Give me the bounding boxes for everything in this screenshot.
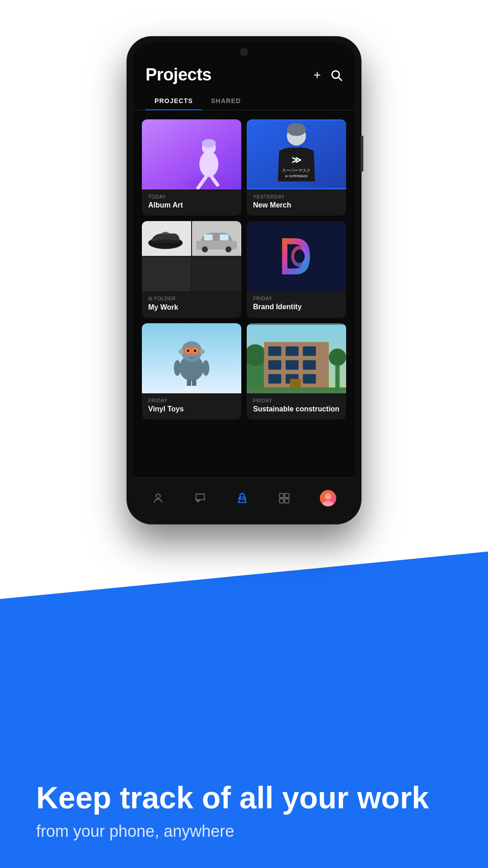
- grid-icon: [278, 492, 291, 505]
- thumbnail-album-art: [142, 119, 241, 189]
- thumbnail-new-merch: ≫ スーパーマスク ⊗ XUPERMASK: [247, 119, 346, 189]
- add-button[interactable]: +: [314, 68, 321, 82]
- project-card-my-work[interactable]: ⊟ FOLDER My Work: [142, 221, 241, 318]
- svg-rect-62: [279, 493, 283, 497]
- phone-camera: [240, 48, 248, 56]
- svg-point-37: [174, 360, 181, 376]
- phone-button-right: [361, 136, 363, 172]
- svg-line-1: [338, 77, 341, 80]
- svg-rect-65: [285, 499, 289, 503]
- nav-item-home[interactable]: [229, 488, 256, 508]
- messages-icon: [194, 492, 206, 505]
- svg-rect-63: [285, 493, 289, 497]
- nav-item-profile[interactable]: [145, 488, 172, 508]
- nav-item-messages[interactable]: [187, 488, 214, 508]
- thumbnail-my-work: [142, 221, 241, 291]
- svg-text:≫: ≫: [291, 155, 301, 165]
- project-card-new-merch[interactable]: ≫ スーパーマスク ⊗ XUPERMASK YESTERDAY New Merc…: [247, 119, 346, 216]
- card-info-my-work: ⊟ FOLDER My Work: [142, 291, 241, 318]
- page-title: Projects: [145, 65, 211, 85]
- svg-point-25: [294, 250, 305, 263]
- profile-icon: [152, 492, 164, 505]
- card-title-my-work: My Work: [148, 303, 235, 311]
- folder-icon: ⊟: [148, 296, 154, 301]
- svg-rect-55: [303, 374, 316, 383]
- card-label-my-work: ⊟ FOLDER: [148, 296, 235, 302]
- bottom-navigation: [133, 477, 355, 518]
- svg-rect-20: [204, 235, 213, 241]
- phone-mockup: Projects + PROJECTS SHARED: [127, 36, 361, 524]
- folder-sub-1: [142, 221, 191, 256]
- svg-point-17: [148, 240, 183, 246]
- svg-point-22: [202, 246, 208, 252]
- svg-point-60: [156, 494, 160, 498]
- svg-point-35: [178, 349, 183, 354]
- svg-point-4: [199, 151, 218, 177]
- card-info-new-merch: YESTERDAY New Merch: [247, 189, 346, 216]
- phone-body: Projects + PROJECTS SHARED: [127, 36, 361, 524]
- project-card-vinyl-toys[interactable]: FRIDAY Vinyl Toys: [142, 323, 241, 420]
- thumbnail-vinyl-toys: [142, 323, 241, 393]
- svg-point-58: [329, 349, 346, 366]
- svg-text:スーパーマスク: スーパーマスク: [282, 168, 311, 173]
- svg-point-42: [190, 386, 198, 390]
- svg-rect-51: [286, 360, 299, 370]
- card-label-brand-identity: FRIDAY: [253, 296, 340, 301]
- card-title-new-merch: New Merch: [253, 201, 340, 209]
- svg-point-33: [187, 349, 189, 352]
- svg-rect-57: [247, 387, 346, 392]
- svg-point-11: [287, 123, 306, 136]
- app-content: Projects + PROJECTS SHARED: [133, 42, 355, 477]
- svg-rect-50: [268, 360, 282, 370]
- card-title-vinyl-toys: Vinyl Toys: [148, 405, 235, 413]
- svg-rect-52: [303, 360, 316, 370]
- svg-rect-53: [268, 374, 282, 383]
- svg-rect-64: [279, 499, 283, 503]
- card-title-brand-identity: Brand Identity: [253, 303, 340, 311]
- card-info-sustainable-construction: FRIDAY Sustainable construction: [247, 393, 346, 420]
- svg-point-34: [194, 349, 197, 352]
- card-label-vinyl-toys: FRIDAY: [148, 398, 235, 403]
- svg-point-67: [325, 493, 331, 500]
- card-label-sustainable-construction: FRIDAY: [253, 398, 340, 403]
- svg-point-6: [202, 139, 216, 148]
- svg-rect-47: [268, 346, 282, 356]
- project-card-album-art[interactable]: TODAY Album Art: [142, 119, 241, 216]
- folder-sub-3: [142, 257, 191, 292]
- thumbnail-brand-identity: [247, 221, 346, 291]
- card-info-album-art: TODAY Album Art: [142, 189, 241, 216]
- card-title-sustainable-construction: Sustainable construction: [253, 405, 340, 413]
- card-label-album-art: TODAY: [148, 194, 235, 199]
- tab-projects[interactable]: PROJECTS: [145, 92, 202, 110]
- nav-item-grid[interactable]: [271, 488, 298, 508]
- svg-point-36: [199, 349, 204, 354]
- thumbnail-sustainable-construction: [247, 323, 346, 393]
- promo-subtitle: from your phone, anywhere: [36, 822, 452, 841]
- svg-rect-59: [335, 366, 340, 392]
- projects-grid: TODAY Album Art: [133, 119, 355, 420]
- svg-rect-48: [286, 346, 299, 356]
- phone-screen: Projects + PROJECTS SHARED: [133, 42, 355, 518]
- home-icon: [236, 492, 249, 505]
- folder-sub-2: [192, 221, 241, 256]
- svg-point-38: [202, 360, 209, 376]
- svg-point-23: [225, 246, 231, 252]
- project-card-sustainable-construction[interactable]: FRIDAY Sustainable construction: [247, 323, 346, 420]
- card-label-new-merch: YESTERDAY: [253, 194, 340, 199]
- user-avatar: [320, 490, 336, 506]
- search-icon[interactable]: [330, 69, 343, 81]
- svg-text:⊗ XUPERMASK: ⊗ XUPERMASK: [285, 175, 308, 178]
- header-actions: +: [314, 68, 343, 82]
- folder-sub-4: [192, 257, 241, 292]
- card-info-vinyl-toys: FRIDAY Vinyl Toys: [142, 393, 241, 420]
- svg-rect-21: [220, 235, 229, 241]
- promo-title: Keep track of all your work: [36, 781, 452, 815]
- nav-item-avatar[interactable]: [313, 486, 343, 510]
- card-info-brand-identity: FRIDAY Brand Identity: [247, 291, 346, 317]
- promo-section: Keep track of all your work from your ph…: [0, 781, 488, 841]
- card-title-album-art: Album Art: [148, 201, 235, 209]
- project-card-brand-identity[interactable]: FRIDAY Brand Identity: [247, 221, 346, 318]
- tab-shared[interactable]: SHARED: [202, 92, 250, 110]
- tabs-bar: PROJECTS SHARED: [133, 92, 355, 110]
- svg-rect-49: [303, 346, 316, 356]
